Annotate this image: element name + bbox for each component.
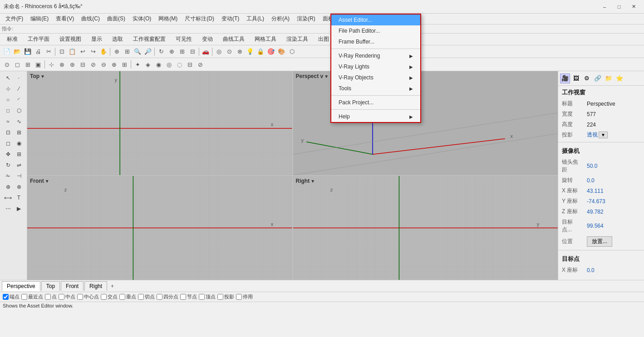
icon-print[interactable]: 🖨 <box>33 47 43 57</box>
icon-r2-11[interactable]: ⊕ <box>109 59 119 69</box>
icon-r2-13[interactable]: ✦ <box>133 59 143 69</box>
sb-rotate2-icon[interactable]: ↻ <box>3 160 13 170</box>
snap-project-cb[interactable] <box>217 294 223 300</box>
icon-r2-4[interactable]: ▣ <box>33 59 43 69</box>
dropdown-pack-project[interactable]: Pack Project... <box>331 97 420 108</box>
rp-place-button[interactable]: 放置... <box>587 236 612 247</box>
viewport-top[interactable]: x y Top ▼ <box>27 71 292 175</box>
icon-pan[interactable]: ⊕ <box>167 47 177 57</box>
tab-standard[interactable]: 标准 <box>2 34 23 45</box>
sb-curve-icon[interactable]: ≈ <box>3 117 13 127</box>
viewport-right[interactable]: y z Right ▼ <box>293 176 558 280</box>
bottom-tab-front[interactable]: Front <box>61 281 84 291</box>
snap-disable-cb[interactable] <box>236 294 242 300</box>
menu-analyze[interactable]: 分析(A) <box>268 14 293 24</box>
icon-ortho[interactable]: ⊟ <box>187 47 197 57</box>
snap-intersection-cb[interactable] <box>101 294 107 300</box>
tab-mesh-tools[interactable]: 网格工具 <box>250 34 281 45</box>
icon-misc1[interactable]: ◎ <box>214 47 224 57</box>
snap-intersection[interactable]: 交点 <box>101 293 118 300</box>
rp-link-icon[interactable]: 🔗 <box>593 73 603 83</box>
sb-join-icon[interactable]: ⊕ <box>3 182 13 192</box>
menu-solid[interactable]: 实体(O) <box>129 14 155 24</box>
tab-visibility[interactable]: 可见性 <box>171 34 197 45</box>
snap-nearest[interactable]: 最近点 <box>21 293 43 300</box>
sb-explode-icon[interactable]: ⊗ <box>14 182 24 192</box>
icon-r2-9[interactable]: ⊘ <box>88 59 98 69</box>
icon-r2-14[interactable]: ◈ <box>143 59 153 69</box>
snap-quadrant[interactable]: 四分点 <box>157 293 178 300</box>
icon-r2-18[interactable]: ⊟ <box>185 59 195 69</box>
icon-target[interactable]: 🎯 <box>266 47 276 57</box>
snap-point-cb[interactable] <box>45 294 51 300</box>
viewport-top-label[interactable]: Top ▼ <box>30 73 45 79</box>
dropdown-tools[interactable]: Tools <box>331 83 420 94</box>
icon-r2-8[interactable]: ⊟ <box>78 59 88 69</box>
snap-vertex[interactable]: 顶点 <box>199 293 216 300</box>
tab-transform[interactable]: 变动 <box>197 34 218 45</box>
sb-rect-icon[interactable]: □ <box>3 106 13 116</box>
sb-text-icon[interactable]: T <box>14 193 24 203</box>
snap-center[interactable]: 中心点 <box>77 293 99 300</box>
sb-mirror-icon[interactable]: ⇌ <box>14 160 24 170</box>
menu-edit[interactable]: 编辑(E) <box>27 14 52 24</box>
tab-viewport-config[interactable]: 工作视窗配置 <box>128 34 171 45</box>
snap-endpoint-cb[interactable] <box>3 294 9 300</box>
snap-vertex-cb[interactable] <box>199 294 205 300</box>
icon-r2-2[interactable]: ◻ <box>12 59 22 69</box>
menu-surface[interactable]: 曲面(S) <box>103 14 129 24</box>
icon-color[interactable]: 🎨 <box>276 47 286 57</box>
menu-file[interactable]: 文件(F) <box>2 14 27 24</box>
sb-dot-icon[interactable]: · <box>14 73 24 83</box>
snap-tangent[interactable]: 切点 <box>138 293 155 300</box>
dropdown-frame-buffer[interactable]: Frame Buffer... <box>331 36 420 47</box>
icon-extra[interactable]: ⬡ <box>287 47 297 57</box>
tab-display[interactable]: 显示 <box>86 34 107 45</box>
minimize-button[interactable]: – <box>598 2 611 11</box>
icon-car[interactable]: 🚗 <box>201 47 211 57</box>
rp-settings-icon[interactable]: ⚙ <box>582 73 592 83</box>
menu-transform[interactable]: 变动(T) <box>218 14 243 24</box>
sb-scale-icon[interactable]: ⊞ <box>14 149 24 159</box>
icon-zoom-window[interactable]: ⊕ <box>112 47 122 57</box>
sb-dim-icon[interactable]: ⟷ <box>3 193 13 203</box>
snap-midpoint-cb[interactable] <box>59 294 64 300</box>
snap-knot[interactable]: 节点 <box>180 293 197 300</box>
snap-quad-cb[interactable] <box>157 294 162 300</box>
rp-projection-dropdown[interactable]: 透视 ▼ <box>587 131 640 139</box>
icon-r2-12[interactable]: ⊞ <box>119 59 129 69</box>
dropdown-vray-lights[interactable]: V-Ray Lights <box>331 61 420 72</box>
bottom-tab-right[interactable]: Right <box>84 281 107 291</box>
snap-tangent-cb[interactable] <box>138 294 144 300</box>
snap-point[interactable]: 点 <box>45 293 57 300</box>
sb-poly-icon[interactable]: ⬡ <box>14 106 24 116</box>
menu-mesh[interactable]: 网格(M) <box>155 14 181 24</box>
viewport-perspective-label[interactable]: Perspect v ▼ <box>296 73 329 79</box>
sb-more2-icon[interactable]: ▶ <box>14 204 24 214</box>
dropdown-vray-objects[interactable]: V-Ray Objects <box>331 72 420 83</box>
tab-workplane[interactable]: 工作平面 <box>23 34 54 45</box>
rp-star-icon[interactable]: ⭐ <box>615 73 624 83</box>
snap-perpendicular[interactable]: 垂点 <box>119 293 136 300</box>
sb-surface1-icon[interactable]: ⊡ <box>3 127 13 137</box>
snap-disable[interactable]: 停用 <box>236 293 253 300</box>
snap-project[interactable]: 投影 <box>217 293 234 300</box>
snap-midpoint[interactable]: 中点 <box>59 293 75 300</box>
rp-camera-icon[interactable]: 🎥 <box>560 73 570 83</box>
maximize-button[interactable]: □ <box>612 2 626 11</box>
icon-redo[interactable]: ↪ <box>88 47 98 57</box>
bottom-tab-perspective[interactable]: Perspective <box>2 281 40 291</box>
icon-grid-snap[interactable]: ⊞ <box>177 47 187 57</box>
close-button[interactable]: ✕ <box>627 2 640 11</box>
icon-copy[interactable]: ⊡ <box>57 47 67 57</box>
menu-view[interactable]: 查看(V) <box>52 14 78 24</box>
dropdown-asset-editor[interactable]: Asset Editor... <box>331 15 420 25</box>
menu-curve[interactable]: 曲线(C) <box>78 14 103 24</box>
icon-r2-16[interactable]: ◎ <box>164 59 174 69</box>
icon-r2-6[interactable]: ⊗ <box>57 59 67 69</box>
sb-trim-icon[interactable]: ✁ <box>3 171 13 181</box>
sb-sphere-icon[interactable]: ◉ <box>14 138 24 148</box>
menu-render[interactable]: 渲染(R) <box>293 14 319 24</box>
viewport-front[interactable]: x z Front ▼ <box>27 176 292 280</box>
icon-open[interactable]: 📂 <box>12 47 22 57</box>
